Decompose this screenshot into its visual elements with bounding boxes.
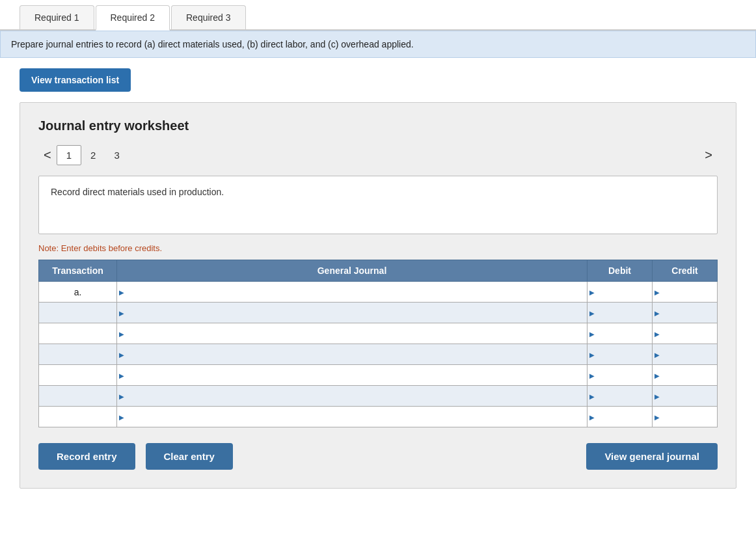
table-row-credit-2[interactable] — [653, 323, 718, 344]
table-row-gj-5[interactable] — [117, 386, 587, 407]
table-row-gj-2[interactable] — [117, 323, 587, 344]
credit-input-6[interactable] — [653, 407, 717, 427]
debit-input-4[interactable] — [587, 365, 652, 385]
credit-input-4[interactable] — [653, 365, 717, 385]
journal-table: Transaction General Journal Debit Credit… — [38, 260, 718, 427]
table-row-credit-6[interactable] — [653, 407, 718, 427]
worksheet-panel: Journal entry worksheet < 1 2 3 > Record… — [20, 102, 736, 489]
gj-input-5[interactable] — [117, 386, 587, 406]
table-row-debit-3[interactable] — [587, 344, 653, 365]
debit-input-3[interactable] — [587, 344, 652, 364]
gj-input-4[interactable] — [117, 365, 587, 385]
debit-input-5[interactable] — [587, 386, 652, 406]
tab-required2[interactable]: Required 2 — [96, 5, 170, 31]
clear-entry-button[interactable]: Clear entry — [146, 443, 233, 470]
gj-input-6[interactable] — [117, 407, 587, 427]
table-row-credit-1[interactable] — [653, 303, 718, 323]
page-3[interactable]: 3 — [105, 146, 128, 165]
description-box: Record direct materials used in producti… — [38, 176, 718, 234]
tab-required1[interactable]: Required 1 — [20, 5, 94, 29]
table-row-transaction-2 — [39, 323, 117, 344]
table-row-gj-6[interactable] — [117, 407, 587, 427]
page-1[interactable]: 1 — [57, 145, 81, 165]
table-row-debit-2[interactable] — [587, 323, 653, 344]
table-row-credit-5[interactable] — [653, 386, 718, 407]
view-transaction-button[interactable]: View transaction list — [20, 68, 131, 92]
col-header-credit: Credit — [653, 260, 718, 282]
table-row-gj-0[interactable] — [117, 282, 587, 303]
info-bar: Prepare journal entries to record (a) di… — [0, 31, 756, 58]
credit-input-2[interactable] — [653, 323, 717, 344]
tab-required3[interactable]: Required 3 — [171, 5, 246, 29]
table-row-credit-4[interactable] — [653, 365, 718, 386]
debit-input-0[interactable] — [587, 282, 652, 302]
gj-input-1[interactable] — [117, 303, 587, 323]
tabs-container: Required 1 Required 2 Required 3 — [0, 0, 756, 31]
note-text: Note: Enter debits before credits. — [38, 243, 718, 253]
col-header-debit: Debit — [587, 260, 653, 282]
table-row-transaction-6 — [39, 407, 117, 427]
table-row-debit-4[interactable] — [587, 365, 653, 386]
table-row-gj-3[interactable] — [117, 344, 587, 365]
credit-input-5[interactable] — [653, 386, 717, 406]
debit-input-6[interactable] — [587, 407, 652, 427]
credit-input-3[interactable] — [653, 344, 717, 364]
table-row-transaction-3 — [39, 344, 117, 365]
table-row-transaction-5 — [39, 386, 117, 407]
col-header-general-journal: General Journal — [117, 260, 587, 282]
bottom-buttons: Record entry Clear entry View general jo… — [38, 443, 718, 470]
table-row-debit-0[interactable] — [587, 282, 653, 303]
next-page-arrow[interactable]: > — [699, 146, 718, 164]
table-row-debit-6[interactable] — [587, 407, 653, 427]
gj-input-3[interactable] — [117, 344, 587, 364]
view-general-journal-button[interactable]: View general journal — [586, 443, 718, 470]
prev-page-arrow[interactable]: < — [38, 146, 57, 164]
credit-input-1[interactable] — [653, 303, 717, 323]
table-row-transaction-4 — [39, 365, 117, 386]
table-row-transaction-1 — [39, 303, 117, 323]
table-row-debit-1[interactable] — [587, 303, 653, 323]
description-text: Record direct materials used in producti… — [51, 187, 224, 197]
gj-input-0[interactable] — [117, 282, 587, 302]
debit-input-1[interactable] — [587, 303, 652, 323]
credit-input-0[interactable] — [653, 282, 717, 302]
page-nav: < 1 2 3 > — [38, 145, 718, 165]
gj-input-2[interactable] — [117, 323, 587, 344]
worksheet-title: Journal entry worksheet — [38, 118, 718, 133]
record-entry-button[interactable]: Record entry — [38, 443, 135, 470]
table-row-gj-1[interactable] — [117, 303, 587, 323]
table-row-credit-3[interactable] — [653, 344, 718, 365]
col-header-transaction: Transaction — [39, 260, 117, 282]
info-bar-text: Prepare journal entries to record (a) di… — [11, 39, 414, 49]
table-row-credit-0[interactable] — [653, 282, 718, 303]
table-row-debit-5[interactable] — [587, 386, 653, 407]
table-row-gj-4[interactable] — [117, 365, 587, 386]
page-2[interactable]: 2 — [81, 146, 105, 165]
debit-input-2[interactable] — [587, 323, 652, 344]
table-row-transaction-0: a. — [39, 282, 117, 303]
